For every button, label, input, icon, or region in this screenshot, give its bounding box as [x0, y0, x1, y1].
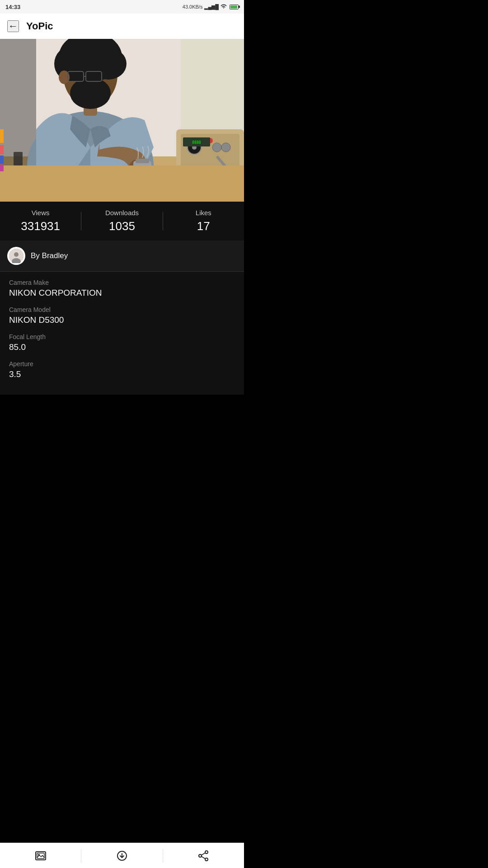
svg-point-9	[90, 48, 127, 80]
stats-bar: Views 331931 Downloads 1035 Likes 17	[0, 202, 244, 241]
detail-camera-model: Camera Model NIKON D5300	[9, 306, 235, 325]
app-header: ← YoPic	[0, 14, 244, 39]
photo-image: 8888	[0, 39, 244, 202]
status-time: 14:33	[5, 4, 20, 10]
signal-icons: ▂▄▆█	[204, 4, 219, 10]
app-title: YoPic	[26, 20, 53, 32]
svg-rect-40	[0, 145, 4, 154]
detail-aperture: Aperture 3.5	[9, 360, 235, 379]
stat-views: Views 331931	[0, 209, 81, 233]
focal-length-value: 85.0	[9, 342, 235, 352]
stat-likes: Likes 17	[163, 209, 244, 233]
back-button[interactable]: ←	[7, 20, 19, 32]
svg-rect-39	[0, 129, 4, 143]
camera-make-value: NIKON CORPORATION	[9, 288, 235, 298]
svg-text:8888: 8888	[192, 141, 201, 145]
avatar-inner	[9, 249, 23, 263]
svg-rect-37	[0, 165, 244, 202]
network-speed: 43.0KB/s	[183, 4, 203, 9]
focal-length-label: Focal Length	[9, 333, 235, 340]
avatar	[7, 247, 25, 265]
detail-camera-make: Camera Make NIKON CORPORATION	[9, 279, 235, 298]
camera-model-value: NIKON D5300	[9, 315, 235, 325]
author-bar[interactable]: By Bradley	[0, 241, 244, 272]
camera-make-label: Camera Make	[9, 279, 235, 286]
svg-point-10	[70, 77, 111, 109]
status-right: 43.0KB/s ▂▄▆█	[183, 4, 239, 10]
downloads-value: 1035	[81, 219, 162, 233]
downloads-label: Downloads	[81, 209, 162, 217]
battery-icon	[230, 5, 239, 9]
photo-container: 8888	[0, 39, 244, 202]
views-value: 331931	[0, 219, 81, 233]
svg-rect-42	[0, 165, 4, 171]
status-bar: 14:33 43.0KB/s ▂▄▆█	[0, 0, 244, 14]
detail-focal-length: Focal Length 85.0	[9, 333, 235, 352]
svg-rect-38	[14, 152, 23, 165]
camera-model-label: Camera Model	[9, 306, 235, 313]
views-label: Views	[0, 209, 81, 217]
svg-point-33	[212, 143, 221, 152]
details-section: Camera Make NIKON CORPORATION Camera Mod…	[0, 272, 244, 395]
svg-rect-41	[0, 156, 4, 164]
likes-value: 17	[163, 219, 244, 233]
aperture-value: 3.5	[9, 369, 235, 379]
author-name: By Bradley	[31, 251, 68, 260]
stat-downloads: Downloads 1035	[81, 209, 162, 233]
svg-point-44	[14, 252, 19, 257]
likes-label: Likes	[163, 209, 244, 217]
svg-rect-1	[181, 39, 244, 129]
aperture-label: Aperture	[9, 360, 235, 368]
svg-point-34	[221, 143, 230, 152]
svg-rect-18	[136, 159, 149, 163]
wifi-icon	[221, 4, 227, 10]
